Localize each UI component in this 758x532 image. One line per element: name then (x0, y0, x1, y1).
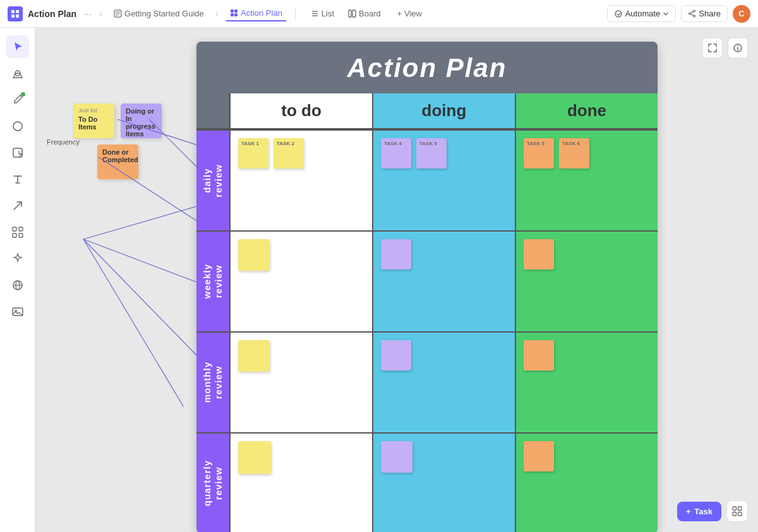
monthly-todo-note[interactable] (238, 340, 270, 372)
tab-board[interactable]: Board (342, 6, 387, 21)
sidebar-pen-icon[interactable] (6, 88, 29, 111)
nav-dots[interactable]: ··· (84, 9, 92, 19)
svg-line-22 (691, 14, 694, 16)
daily-done-cell[interactable]: TASK 5 TASK 6 (515, 131, 658, 230)
nav-right: Automate Share C (607, 5, 750, 23)
weekly-doing-cell[interactable] (372, 232, 515, 331)
frequency-label: Frequency (47, 138, 80, 146)
row-daily-review: dailyreview TASK 1 TASK 2 TASK 4 TASK 5 (196, 129, 658, 230)
pen-active-dot (21, 92, 25, 97)
sidebar-circle-icon[interactable] (6, 115, 29, 138)
legend-doing-text: Doing or In progress Items (126, 107, 157, 138)
weekly-todo-note[interactable] (238, 239, 270, 271)
user-avatar[interactable]: C (733, 5, 750, 23)
legend-done-note[interactable]: Done or Completed (97, 145, 138, 179)
row-monthly-review: monthlyreview (196, 331, 658, 432)
daily-doing-cell[interactable]: TASK 4 TASK 5 (372, 131, 515, 230)
svg-rect-27 (13, 227, 16, 231)
grid-view-button[interactable] (726, 500, 748, 522)
svg-point-17 (615, 11, 622, 17)
svg-point-18 (694, 10, 695, 12)
share-button[interactable]: Share (681, 5, 728, 22)
sidebar-arrow-icon[interactable] (6, 194, 29, 217)
breadcrumb-getting-started[interactable]: Getting Started Guide (110, 6, 208, 21)
view-tabs: List Board (304, 6, 387, 21)
row-daily-label: dailyreview (202, 164, 224, 198)
svg-rect-15 (349, 10, 351, 17)
svg-rect-29 (13, 233, 16, 237)
task-note-5[interactable]: TASK 5 (416, 138, 447, 168)
add-view-button[interactable]: + View (392, 6, 427, 21)
svg-rect-11 (234, 13, 238, 16)
quarterly-todo-note[interactable] (238, 441, 271, 474)
svg-rect-16 (352, 10, 356, 17)
monthly-done-cell[interactable] (515, 333, 658, 432)
monthly-todo-cell[interactable] (229, 333, 372, 432)
svg-rect-2 (11, 15, 15, 18)
task-note-5b[interactable]: TASK 5 (524, 138, 554, 168)
quarterly-doing-cell[interactable] (372, 434, 515, 532)
svg-line-26 (14, 202, 21, 210)
row-label-monthly: monthlyreview (196, 333, 229, 432)
add-task-plus: + (686, 507, 691, 516)
task-note-1[interactable]: TASK 1 (238, 138, 268, 168)
breadcrumb-getting-started-label: Getting Started Guide (124, 9, 204, 18)
task-note-4[interactable]: TASK 4 (381, 138, 411, 168)
header-empty-cell (196, 93, 229, 128)
breadcrumb-action-plan-label: Action Plan (241, 8, 282, 18)
legend-doing-note[interactable]: Doing or In progress Items (121, 103, 162, 138)
daily-todo-cell[interactable]: TASK 1 TASK 2 (229, 131, 372, 230)
sidebar-magic-icon[interactable] (6, 247, 29, 270)
add-task-button[interactable]: + Task (677, 502, 721, 521)
sidebar-diagram-icon[interactable] (6, 221, 29, 244)
fit-view-button[interactable] (702, 38, 723, 58)
tab-board-label: Board (359, 9, 381, 18)
header-doing: doing (372, 93, 515, 128)
sidebar-shapes-icon[interactable] (6, 62, 29, 85)
svg-rect-30 (19, 233, 23, 237)
svg-rect-8 (231, 9, 234, 13)
kanban-board: Action Plan to do doing done dailyreview… (196, 42, 658, 532)
monthly-doing-cell[interactable] (372, 333, 515, 432)
legend-todo-label: Just list (78, 107, 109, 114)
row-label-quarterly: quarterlyreview (196, 434, 229, 532)
sidebar (0, 28, 35, 532)
weekly-done-note[interactable] (524, 239, 554, 269)
svg-rect-3 (16, 15, 19, 18)
svg-point-45 (737, 45, 738, 47)
info-button[interactable] (728, 38, 748, 58)
sidebar-text-icon[interactable] (6, 168, 29, 191)
svg-point-24 (13, 122, 22, 131)
automate-button[interactable]: Automate (607, 5, 677, 22)
svg-rect-1 (16, 10, 19, 13)
topbar: Action Plan ··· › Getting Started Guide … (0, 0, 758, 28)
quarterly-done-note[interactable] (524, 441, 554, 471)
task-note-6[interactable]: TASK 6 (559, 138, 589, 168)
svg-rect-0 (11, 10, 15, 13)
quarterly-todo-cell[interactable] (229, 434, 372, 532)
weekly-done-cell[interactable] (515, 232, 658, 331)
quarterly-doing-note[interactable] (381, 441, 412, 473)
legend-todo-note[interactable]: Just list To Do Items (73, 103, 114, 138)
row-weekly-label: weeklyreview (202, 264, 224, 299)
sidebar-cursor-icon[interactable] (6, 35, 29, 58)
weekly-doing-note[interactable] (381, 239, 411, 269)
bottom-right-bar: + Task (677, 500, 748, 522)
monthly-done-note[interactable] (524, 340, 554, 370)
row-weekly-review: weeklyreview (196, 230, 658, 331)
sidebar-globe-icon[interactable] (6, 274, 29, 297)
svg-rect-10 (231, 13, 234, 16)
sidebar-image-icon[interactable] (6, 300, 29, 323)
tab-list-label: List (322, 9, 334, 18)
board-title-row: Action Plan (196, 42, 658, 93)
monthly-doing-note[interactable] (381, 340, 411, 370)
task-note-2[interactable]: TASK 2 (274, 138, 304, 168)
legend-done-text: Done or Completed (102, 148, 133, 163)
tab-list[interactable]: List (304, 6, 340, 21)
quarterly-done-cell[interactable] (515, 434, 658, 532)
svg-point-19 (694, 15, 695, 17)
weekly-todo-cell[interactable] (229, 232, 372, 331)
breadcrumb-action-plan[interactable]: Action Plan (226, 6, 286, 21)
svg-rect-48 (733, 512, 737, 516)
sidebar-note-icon[interactable] (6, 141, 29, 164)
